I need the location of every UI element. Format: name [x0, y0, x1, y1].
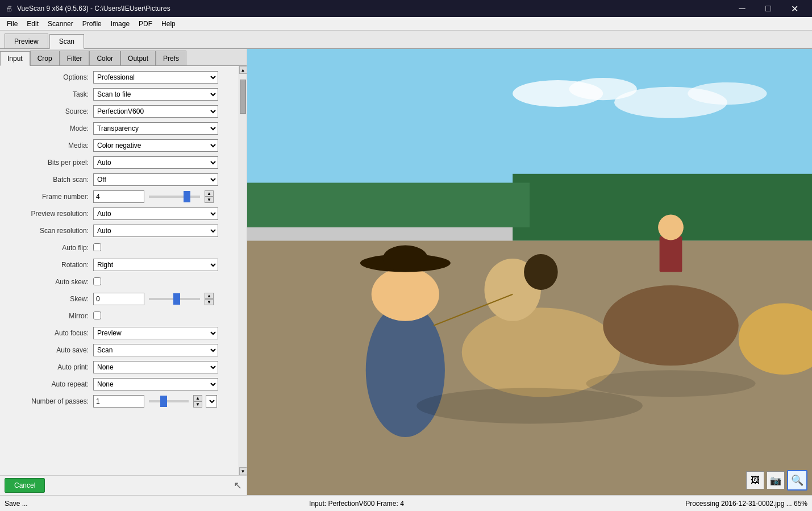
subtab-output[interactable]: Output: [120, 51, 156, 65]
svg-point-23: [383, 245, 428, 272]
source-select[interactable]: PerfectionV600: [93, 105, 218, 118]
mirror-checkbox[interactable]: [93, 311, 101, 319]
auto-repeat-select[interactable]: None On: [93, 378, 218, 390]
skew-slider-thumb[interactable]: [173, 293, 180, 305]
auto-flip-control: [93, 243, 236, 253]
scroll-thumb[interactable]: [240, 80, 246, 114]
title-bar-left: 🖨 VueScan 9 x64 (9.5.63) - C:\Users\IEUs…: [5, 4, 170, 13]
media-label: Media:: [2, 142, 93, 149]
bits-row: Bits per pixel: Auto 8 16 48: [2, 156, 236, 169]
menu-help[interactable]: Help: [157, 19, 180, 29]
options-label: Options:: [2, 73, 93, 81]
subtab-color[interactable]: Color: [89, 51, 120, 65]
menu-image[interactable]: Image: [106, 19, 134, 29]
num-passes-spin-down[interactable]: ▼: [193, 401, 202, 408]
svg-rect-18: [660, 236, 682, 272]
auto-skew-checkbox[interactable]: [93, 277, 101, 285]
mirror-control: [93, 311, 236, 321]
settings-scroll[interactable]: Options: Professional Basic Task: Scan t…: [0, 66, 239, 475]
num-passes-control: ▲ ▼ ▼: [93, 395, 236, 408]
rotation-control: Right Left 180 None: [93, 259, 236, 271]
menu-file[interactable]: File: [2, 19, 22, 29]
auto-save-select[interactable]: Scan Preview None: [93, 344, 218, 356]
scan-res-label: Scan resolution:: [2, 227, 93, 235]
auto-flip-row: Auto flip:: [2, 241, 236, 255]
subtab-prefs[interactable]: Prefs: [156, 51, 186, 65]
auto-save-row: Auto save: Scan Preview None: [2, 343, 236, 357]
svg-point-15: [524, 254, 558, 290]
num-passes-extra[interactable]: ▼: [206, 395, 217, 408]
subtab-crop[interactable]: Crop: [30, 51, 60, 65]
scan-res-select[interactable]: Auto 300 600 1200: [93, 225, 218, 237]
save-status[interactable]: Save ...: [5, 500, 28, 508]
scroll-down-arrow[interactable]: ▼: [239, 467, 247, 475]
source-row: Source: PerfectionV600: [2, 105, 236, 118]
mirror-row: Mirror:: [2, 309, 236, 323]
tab-scan[interactable]: Scan: [49, 34, 84, 49]
app-icon: 🖨: [5, 4, 14, 13]
options-row: Options: Professional Basic: [2, 70, 236, 84]
svg-point-26: [586, 370, 755, 397]
frame-spin-down[interactable]: ▼: [205, 197, 214, 203]
auto-flip-label: Auto flip:: [2, 244, 93, 252]
menu-scanner[interactable]: Scanner: [43, 19, 78, 29]
num-passes-slider-thumb[interactable]: [160, 396, 167, 407]
zoom-in-button[interactable]: 🔍: [787, 470, 807, 491]
task-row: Task: Scan to file Scan to printer Copy: [2, 88, 236, 101]
auto-focus-label: Auto focus:: [2, 329, 93, 337]
frame-input[interactable]: [93, 190, 144, 203]
subtab-filter[interactable]: Filter: [60, 51, 90, 65]
auto-print-select[interactable]: None Preview Scan: [93, 361, 218, 373]
preview-image: [247, 49, 812, 495]
mode-select[interactable]: Transparency Reflective: [93, 122, 218, 135]
photo-icon-2-glyph: 📷: [770, 475, 781, 486]
media-control: Color negative Color positive B&W negati…: [93, 139, 236, 152]
close-button[interactable]: ✕: [781, 0, 807, 17]
options-select[interactable]: Professional Basic: [93, 71, 218, 84]
frame-slider-thumb[interactable]: [184, 191, 190, 202]
menu-edit[interactable]: Edit: [22, 19, 43, 29]
source-label: Source:: [2, 107, 93, 115]
scroll-up-arrow[interactable]: ▲: [239, 66, 247, 74]
rotation-select[interactable]: Right Left 180 None: [93, 259, 218, 271]
preview-res-select[interactable]: Auto 75 150 300: [93, 207, 218, 220]
auto-save-control: Scan Preview None: [93, 344, 236, 356]
bits-select[interactable]: Auto 8 16 48: [93, 156, 218, 169]
frame-row: Frame number: ▲ ▼: [2, 190, 236, 203]
svg-point-4: [688, 82, 767, 105]
title-bar-controls: ─ □ ✕: [729, 0, 807, 17]
photo-icon-2[interactable]: 📷: [767, 471, 785, 489]
cancel-button[interactable]: Cancel: [5, 478, 45, 493]
auto-focus-row: Auto focus: Preview Scan None: [2, 326, 236, 340]
num-passes-row: Number of passes: ▲ ▼ ▼: [2, 394, 236, 408]
photo-icon-1-glyph: 🖼: [751, 475, 760, 485]
minimize-button[interactable]: ─: [729, 0, 755, 17]
photo-icon-1[interactable]: 🖼: [746, 471, 764, 489]
num-passes-input[interactable]: [93, 395, 144, 408]
skew-spinbutton[interactable]: ▲ ▼: [205, 293, 214, 305]
auto-repeat-control: None On: [93, 378, 236, 390]
batch-select[interactable]: Off On: [93, 173, 218, 186]
num-passes-spinbutton[interactable]: ▲ ▼: [193, 395, 202, 408]
menu-profile[interactable]: Profile: [78, 19, 106, 29]
num-passes-spin-up[interactable]: ▲: [193, 395, 202, 401]
skew-control: ▲ ▼: [93, 293, 236, 305]
task-select[interactable]: Scan to file Scan to printer Copy: [93, 88, 218, 101]
frame-spinbutton[interactable]: ▲ ▼: [205, 190, 214, 203]
frame-spin-up[interactable]: ▲: [205, 190, 214, 197]
scrollbar[interactable]: ▲ ▼: [239, 66, 247, 475]
menu-pdf[interactable]: PDF: [134, 19, 157, 29]
media-select[interactable]: Color negative Color positive B&W negati…: [93, 139, 218, 152]
skew-spin-up[interactable]: ▲: [205, 293, 214, 299]
auto-flip-checkbox[interactable]: [93, 243, 101, 251]
status-bar: Save ... Input: PerfectionV600 Frame: 4 …: [0, 495, 812, 511]
skew-spin-down[interactable]: ▼: [205, 299, 214, 305]
skew-input[interactable]: [93, 293, 144, 305]
right-panel: 🖼 📷 🔍: [247, 49, 812, 495]
maximize-button[interactable]: □: [755, 0, 781, 17]
preview-toolbar: 🖼 📷 🔍: [746, 470, 807, 491]
tab-preview[interactable]: Preview: [5, 34, 48, 48]
subtab-input[interactable]: Input: [0, 51, 30, 66]
svg-rect-10: [247, 183, 530, 228]
auto-focus-select[interactable]: Preview Scan None: [93, 327, 218, 339]
